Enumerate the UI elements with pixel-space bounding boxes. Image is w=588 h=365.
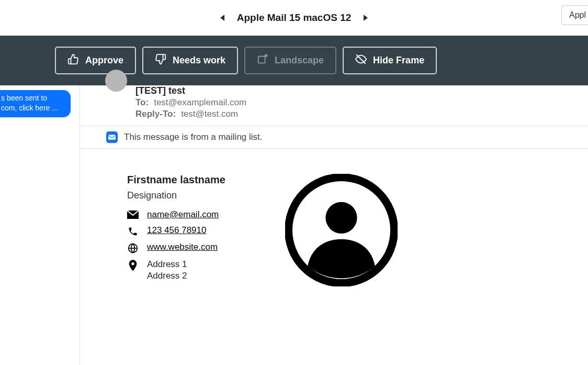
signature-phone[interactable]: 123 456 78910 <box>147 225 206 236</box>
svg-rect-0 <box>258 57 265 63</box>
signature-designation: Designation <box>127 190 258 201</box>
approve-label: Approve <box>85 55 123 66</box>
reply-to-value: test@test.com <box>181 109 238 119</box>
sidebar: s been sent to com, click here ... <box>0 85 73 365</box>
sender-avatar <box>105 70 127 92</box>
client-name: Apple Mail 15 macOS 12 <box>237 12 352 24</box>
prev-client-arrow[interactable] <box>220 15 224 21</box>
needs-work-button[interactable]: Needs work <box>142 47 238 74</box>
globe-icon <box>127 242 139 253</box>
eye-off-icon <box>355 53 367 68</box>
signature-address: Address 1 Address 2 <box>147 259 187 282</box>
envelope-icon <box>127 209 139 219</box>
client-selector-bar: Apple Mail 15 macOS 12 Appl <box>0 0 588 36</box>
signature-website-row: www.website.com <box>127 242 258 253</box>
svg-rect-2 <box>108 135 116 139</box>
mail-panel: [TEST] test To: test@examplemail.com Rep… <box>80 85 588 365</box>
signature-address-row: Address 1 Address 2 <box>127 259 258 282</box>
signature-phone-row: 123 456 78910 <box>127 225 258 237</box>
reply-to-row: Reply-To: test@test.com <box>135 109 588 119</box>
sidebar-message-pill[interactable]: s been sent to com, click here ... <box>0 90 71 117</box>
signature-website[interactable]: www.website.com <box>147 242 218 252</box>
mailing-list-notice: This message is from a mailing list. <box>80 126 588 149</box>
to-label: To: <box>135 97 149 108</box>
mail-subject: [TEST] test <box>135 85 588 96</box>
thumbs-up-icon <box>67 53 79 68</box>
to-value: test@examplemail.com <box>154 97 246 108</box>
approve-button[interactable]: Approve <box>55 47 136 74</box>
body-area: s been sent to com, click here ... [TEST… <box>0 85 588 365</box>
client-dropdown[interactable]: Appl <box>561 5 588 25</box>
mail-header: [TEST] test To: test@examplemail.com Rep… <box>80 85 588 126</box>
signature-text-block: Firstname lastname Designation name@emai… <box>127 174 258 289</box>
signature-email[interactable]: name@email.com <box>147 209 219 220</box>
email-signature: Firstname lastname Designation name@emai… <box>80 149 588 289</box>
mail-icon <box>106 131 118 143</box>
landscape-label: Landscape <box>275 55 324 66</box>
signature-address-2: Address 2 <box>147 270 187 282</box>
thumbs-down-icon <box>155 53 166 68</box>
rotate-icon <box>257 53 268 68</box>
to-row: To: test@examplemail.com <box>135 97 588 108</box>
mailing-list-text: This message is from a mailing list. <box>124 132 263 142</box>
reply-to-label: Reply-To: <box>135 109 176 119</box>
landscape-button: Landscape <box>244 47 336 74</box>
client-nav: Apple Mail 15 macOS 12 <box>220 12 368 24</box>
needs-work-label: Needs work <box>173 55 225 66</box>
review-toolbar: Approve Needs work Landscape Hide Frame <box>0 36 588 85</box>
hide-frame-label: Hide Frame <box>373 55 424 66</box>
phone-icon <box>127 225 139 237</box>
signature-name: Firstname lastname <box>127 174 258 186</box>
svg-point-6 <box>325 202 357 234</box>
signature-address-1: Address 1 <box>147 259 187 270</box>
signature-avatar <box>285 174 398 289</box>
map-pin-icon <box>127 259 139 271</box>
signature-email-row: name@email.com <box>127 209 258 220</box>
client-dropdown-label: Appl <box>569 10 586 19</box>
pill-line2: com, click here ... <box>1 104 58 112</box>
hide-frame-button[interactable]: Hide Frame <box>343 47 437 74</box>
next-client-arrow[interactable] <box>364 15 368 21</box>
pill-line1: s been sent to <box>1 94 47 102</box>
